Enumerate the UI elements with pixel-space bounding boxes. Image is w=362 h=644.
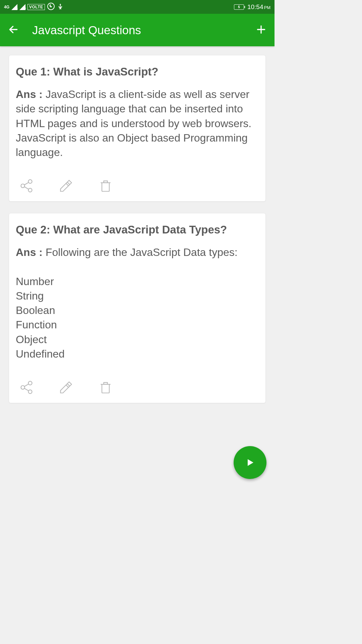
network-type: 4G [4,5,9,9]
answer-text: Following are the JavaScript Data types: [46,246,238,258]
svg-point-6 [28,189,32,192]
whatsapp-icon [47,2,55,12]
answer-list: Number String Boolean Function Object Un… [16,274,259,361]
answer-label: Ans : [16,246,46,258]
svg-line-17 [66,385,68,387]
answer-text: JavaScript is a client-side as well as s… [16,88,251,158]
svg-point-13 [28,390,32,393]
answer-body: Ans : JavaScript is a client-side as wel… [16,87,259,160]
svg-line-8 [24,187,28,189]
svg-line-10 [66,183,68,186]
question-card: Que 2: What are JavaScript Data Types? A… [9,213,266,403]
list-item: Object [16,332,259,347]
add-button[interactable] [256,24,266,36]
status-bar: 4G 1 2 VOLTE 10:54PM [0,0,275,14]
svg-line-9 [67,182,70,184]
share-button[interactable] [19,178,34,195]
list-item: Undefined [16,347,259,361]
signal-1-icon: 1 [11,4,17,10]
volte-badge: VOLTE [27,4,45,10]
delete-button[interactable] [98,178,113,195]
status-right: 10:54PM [234,3,270,11]
page-title: Javascript Questions [32,23,242,37]
card-actions [16,380,259,396]
svg-point-11 [28,381,32,385]
list-item: String [16,289,259,303]
list-item: Function [16,318,259,332]
svg-point-5 [21,184,25,188]
list-item: Number [16,274,259,289]
question-title: Que 2: What are JavaScript Data Types? [16,223,259,236]
card-actions [16,178,259,195]
edit-button[interactable] [59,380,73,396]
list-item: Boolean [16,303,259,318]
svg-line-14 [24,384,28,386]
app-bar: Javascript Questions [0,14,275,46]
question-card: Que 1: What is JavaScript? Ans : JavaScr… [9,55,266,202]
answer-label: Ans : [16,88,46,100]
battery-charging-icon [234,4,244,10]
status-time: 10:54PM [247,3,270,11]
svg-line-15 [24,388,28,391]
play-fab-button[interactable] [234,446,266,479]
edit-button[interactable] [59,178,73,195]
status-left: 4G 1 2 VOLTE [4,2,64,12]
svg-line-16 [67,384,70,386]
back-button[interactable] [8,24,19,36]
svg-line-7 [24,182,28,185]
delete-button[interactable] [98,380,113,396]
question-title: Que 1: What is JavaScript? [16,65,259,78]
content-area: Que 1: What is JavaScript? Ans : JavaScr… [0,46,275,403]
share-button[interactable] [19,380,34,396]
signal-2-icon: 2 [19,4,25,10]
svg-point-12 [21,385,25,389]
answer-body: Ans : Following are the JavaScript Data … [16,245,259,361]
svg-point-4 [28,180,32,183]
usb-icon [57,2,64,12]
